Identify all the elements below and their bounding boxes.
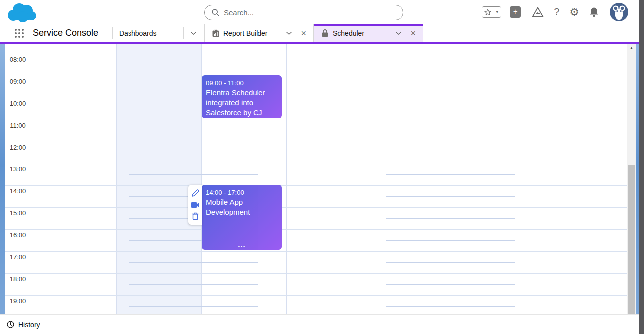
lock-icon: [321, 29, 329, 37]
time-label: 14:00: [5, 187, 31, 195]
tab-dashboards-chevron-down-icon[interactable]: [190, 31, 197, 35]
global-search: [204, 5, 403, 20]
event-title: Mobile App Development: [206, 197, 278, 217]
history-button[interactable]: History: [7, 321, 40, 329]
user-avatar[interactable]: [610, 3, 628, 21]
hour-line: [5, 98, 627, 98]
event-action-panel: [188, 185, 202, 225]
time-label: 17:00: [5, 253, 31, 261]
video-camera-icon: [191, 202, 199, 208]
edit-event-button[interactable]: [191, 189, 199, 197]
hour-line: [5, 185, 627, 186]
report-icon: [212, 29, 219, 37]
event-title: Elentra Scheduler integrated into Salesf…: [206, 88, 278, 118]
scrollbar-thumb[interactable]: [628, 165, 635, 314]
time-label: 08:00: [5, 56, 31, 63]
half-hour-line: [31, 174, 627, 175]
time-label: 19:00: [5, 297, 31, 305]
half-hour-line: [31, 240, 627, 241]
setup-gear-button[interactable]: ⚙: [569, 7, 579, 18]
hour-line: [5, 251, 627, 252]
global-actions-button[interactable]: +: [510, 6, 521, 18]
event-resize-handle[interactable]: •••: [202, 244, 282, 249]
nav-divider: [183, 27, 184, 39]
hour-line: [5, 207, 627, 208]
avatar-bear-icon: [610, 3, 628, 21]
header-actions: ▾ + ? ⚙: [482, 0, 628, 24]
notifications-bell-button[interactable]: [589, 7, 599, 17]
utility-bar: History: [0, 314, 639, 334]
hour-line: [5, 120, 627, 120]
tab-report-builder-chevron-down-icon[interactable]: [286, 31, 292, 35]
salesforce-logo-icon: [6, 2, 38, 23]
hour-line: [5, 142, 627, 142]
service-console-window: ▾ + ? ⚙: [0, 0, 644, 334]
favorites-dropdown-button[interactable]: ▾: [493, 7, 501, 17]
event-time-range: 14:00 - 17:00: [206, 188, 278, 197]
half-hour-line: [31, 109, 627, 109]
time-label: 12:00: [5, 144, 31, 151]
favorites-star-button[interactable]: [482, 7, 493, 17]
time-label: 11:00: [5, 122, 31, 129]
calendar-event[interactable]: 14:00 - 17:00 Mobile App Development •••: [202, 185, 282, 250]
app-name: Service Console: [33, 28, 98, 38]
search-input[interactable]: [224, 8, 388, 17]
favorites-group: ▾: [482, 6, 501, 18]
calendar-event[interactable]: 09:00 - 11:00 Elentra Scheduler integrat…: [202, 75, 282, 118]
tab-report-builder-label: Report Builder: [223, 29, 268, 37]
mountain-shield-icon: [532, 7, 544, 18]
half-hour-line: [31, 262, 627, 263]
background-right-sliver: [636, 44, 639, 314]
bell-icon: [589, 7, 599, 17]
scrollbar-up-arrow[interactable]: ▲: [627, 44, 636, 52]
clock-icon: [7, 321, 14, 328]
tab-scheduler-chevron-down-icon[interactable]: [395, 31, 402, 35]
pencil-icon: [191, 189, 199, 197]
tab-report-builder[interactable]: Report Builder ×: [204, 24, 314, 42]
time-label: 13:00: [5, 166, 31, 173]
half-hour-line: [31, 131, 627, 131]
event-time-range: 09:00 - 11:00: [206, 78, 278, 88]
half-hour-line: [31, 306, 627, 307]
tab-scheduler-close-icon[interactable]: ×: [410, 29, 416, 37]
star-icon: [484, 9, 491, 15]
search-icon: [212, 9, 219, 16]
vertical-scrollbar[interactable]: ▲: [627, 44, 636, 314]
time-label: 15:00: [5, 209, 31, 217]
background-left-sliver: [0, 44, 5, 314]
half-hour-line: [31, 196, 627, 197]
hour-line: [5, 273, 627, 274]
half-hour-line: [31, 218, 627, 219]
half-hour-line: [31, 87, 627, 87]
hour-line: [5, 229, 627, 230]
help-button[interactable]: ?: [554, 6, 559, 18]
video-camera-icon-button[interactable]: [191, 202, 199, 208]
hour-line: [5, 54, 627, 54]
window-edge-strip: [639, 0, 644, 334]
hour-line: [5, 164, 627, 164]
time-label: 18:00: [5, 275, 31, 283]
half-hour-line: [31, 153, 627, 153]
half-hour-line: [31, 65, 627, 65]
hour-line: [5, 295, 627, 296]
scheduler-week-grid: 08:00 09:00 10:00 11:00 12:00 13:00 14:0…: [5, 44, 627, 314]
time-label: 16:00: [5, 231, 31, 239]
history-label: History: [18, 321, 40, 329]
global-header: ▾ + ? ⚙: [0, 0, 639, 24]
trash-icon: [192, 212, 199, 220]
hour-line: [5, 76, 627, 76]
delete-event-button[interactable]: [192, 212, 199, 220]
tab-dashboards-label: Dashboards: [119, 29, 157, 37]
time-label: 09:00: [5, 78, 31, 85]
console-nav-bar: Service Console Dashboards Report Builde…: [0, 24, 639, 42]
tab-report-builder-close-icon[interactable]: ×: [301, 29, 306, 37]
tab-scheduler[interactable]: Scheduler ×: [314, 24, 423, 42]
half-hour-line: [31, 284, 627, 285]
tab-scheduler-label: Scheduler: [333, 29, 364, 37]
time-label: 10:00: [5, 100, 31, 107]
app-launcher-button[interactable]: [15, 29, 24, 38]
guidance-center-button[interactable]: [532, 7, 544, 18]
